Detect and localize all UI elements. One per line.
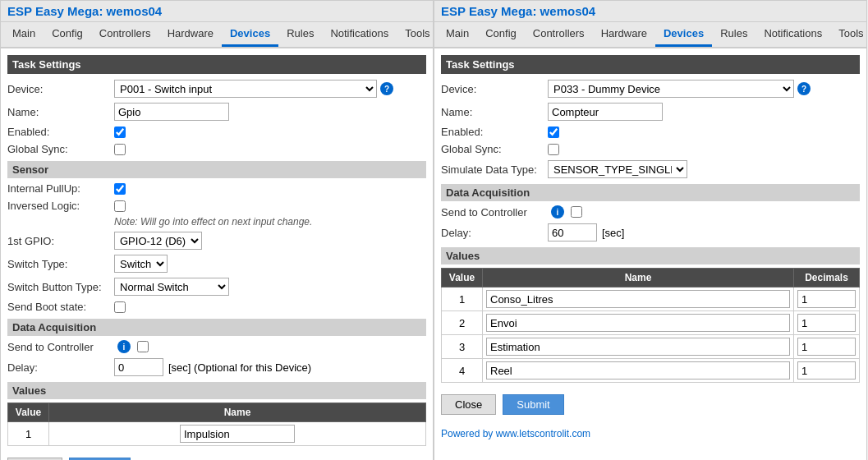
right-row1-name-input[interactable] — [486, 290, 790, 308]
right-send-controller-label: Send to Controller — [441, 206, 548, 218]
right-row2-name-input[interactable] — [486, 314, 790, 332]
left-row1-value: 1 — [8, 422, 49, 446]
right-close-button[interactable]: Close — [441, 394, 496, 415]
right-send-controller-checkbox[interactable] — [571, 206, 582, 218]
right-global-sync-checkbox[interactable] — [548, 144, 559, 155]
right-row2-value: 2 — [442, 311, 483, 335]
left-switch-button-select[interactable]: Normal Switch — [114, 278, 229, 296]
right-enabled-row: Enabled: — [441, 125, 860, 139]
right-values-col-decimals: Decimals — [794, 269, 860, 288]
right-table-row-1: 1 — [442, 288, 860, 311]
left-header: ESP Easy Mega: wemos04 — [1, 1, 433, 22]
right-nav-devices[interactable]: Devices — [655, 22, 712, 47]
left-sensor-header: Sensor — [7, 161, 426, 178]
left-inversed-checkbox[interactable] — [114, 200, 126, 212]
left-delay-unit: [sec] (Optional for this Device) — [168, 361, 311, 374]
left-device-help-icon[interactable]: ? — [380, 82, 393, 95]
left-name-label: Name: — [7, 106, 114, 118]
left-switch-type-label: Switch Type: — [7, 258, 114, 270]
right-row1-decimals-input[interactable] — [797, 290, 856, 308]
left-delay-input[interactable] — [114, 358, 163, 376]
right-table-row-4: 4 — [442, 359, 860, 383]
left-btn-row: Close Submit — [7, 454, 426, 460]
right-device-help-icon[interactable]: ? — [797, 82, 811, 95]
left-nav-hardware[interactable]: Hardware — [159, 22, 222, 47]
right-device-label: Device: — [441, 83, 548, 95]
left-switch-button-label: Switch Button Type: — [7, 281, 114, 293]
right-simulate-row: Simulate Data Type: SENSOR_TYPE_SINGLE — [441, 159, 860, 179]
left-nav-config[interactable]: Config — [44, 22, 91, 47]
right-send-help-icon[interactable]: i — [551, 205, 564, 218]
left-pullup-label: Internal PullUp: — [7, 182, 114, 195]
right-nav-rules[interactable]: Rules — [712, 22, 755, 47]
right-submit-button[interactable]: Submit — [503, 394, 563, 415]
left-nav-devices[interactable]: Devices — [222, 22, 278, 47]
right-delay-row: Delay: [sec] — [441, 223, 860, 242]
left-boot-state-checkbox[interactable] — [114, 301, 126, 313]
left-content: Task Settings Device: P001 - Switch inpu… — [1, 48, 433, 460]
right-data-acq-header: Data Acquisition — [441, 184, 860, 201]
left-nav: Main Config Controllers Hardware Devices… — [1, 22, 433, 48]
right-values-col-name: Name — [483, 269, 794, 288]
right-name-input[interactable] — [548, 103, 663, 121]
right-device-select[interactable]: P033 - Dummy Device — [548, 80, 794, 98]
left-gpio-row: 1st GPIO: GPIO-12 (D6) — [7, 231, 426, 251]
right-global-sync-label: Global Sync: — [441, 143, 548, 155]
left-inversed-row: Inversed Logic: — [7, 199, 426, 213]
left-boot-state-label: Send Boot state: — [7, 301, 114, 313]
left-nav-rules[interactable]: Rules — [278, 22, 322, 47]
left-global-sync-checkbox[interactable] — [114, 144, 126, 155]
left-send-controller-checkbox[interactable] — [137, 341, 149, 352]
left-enabled-checkbox[interactable] — [114, 126, 126, 138]
left-inversed-label: Inversed Logic: — [7, 200, 114, 212]
right-values-col-value: Value — [442, 269, 483, 288]
right-nav: Main Config Controllers Hardware Devices… — [434, 22, 866, 48]
right-delay-unit: [sec] — [602, 227, 624, 239]
left-values-header: Values — [7, 382, 426, 399]
left-send-controller-row: Send to Controller i — [7, 339, 426, 354]
left-delay-label: Delay: — [7, 361, 114, 374]
right-nav-tools[interactable]: Tools — [830, 22, 868, 47]
right-row3-name-input[interactable] — [486, 338, 790, 356]
left-row1-name-input[interactable] — [180, 425, 295, 443]
right-name-row: Name: — [441, 102, 860, 122]
left-enabled-label: Enabled: — [7, 126, 114, 138]
left-values-table: Value Name 1 — [7, 402, 426, 446]
left-task-settings-header: Task Settings — [7, 55, 426, 74]
right-values-table: Value Name Decimals 1 2 — [441, 268, 860, 383]
right-nav-config[interactable]: Config — [477, 22, 525, 47]
left-note: Note: Will go into effect on next input … — [114, 216, 426, 228]
right-row1-value: 1 — [442, 288, 483, 311]
right-row3-decimals-input[interactable] — [797, 338, 856, 356]
right-delay-input[interactable] — [548, 223, 597, 242]
left-gpio-label: 1st GPIO: — [7, 235, 114, 247]
left-device-select[interactable]: P001 - Switch input — [114, 80, 377, 98]
right-nav-notifications[interactable]: Notifications — [755, 22, 830, 47]
left-nav-tools[interactable]: Tools — [397, 22, 438, 47]
right-simulate-select[interactable]: SENSOR_TYPE_SINGLE — [548, 160, 687, 178]
left-gpio-select[interactable]: GPIO-12 (D6) — [114, 232, 202, 250]
right-row4-decimals-input[interactable] — [797, 361, 856, 380]
left-switch-type-select[interactable]: Switch — [114, 255, 168, 273]
left-pullup-checkbox[interactable] — [114, 183, 126, 195]
left-nav-controllers[interactable]: Controllers — [91, 22, 159, 47]
right-row4-name-input[interactable] — [486, 361, 790, 380]
right-row2-decimals-input[interactable] — [797, 314, 856, 332]
right-enabled-checkbox[interactable] — [548, 126, 559, 138]
left-device-row: Device: P001 - Switch input ? — [7, 79, 426, 99]
right-device-row: Device: P033 - Dummy Device ? — [441, 79, 860, 99]
left-nav-main[interactable]: Main — [4, 22, 44, 47]
left-send-controller-label: Send to Controller — [7, 341, 114, 353]
left-name-row: Name: — [7, 102, 426, 122]
right-delay-label: Delay: — [441, 227, 548, 239]
right-nav-hardware[interactable]: Hardware — [593, 22, 655, 47]
right-btn-row: Close Submit — [441, 391, 860, 418]
left-nav-notifications[interactable]: Notifications — [322, 22, 397, 47]
right-nav-main[interactable]: Main — [438, 22, 477, 47]
right-nav-controllers[interactable]: Controllers — [525, 22, 593, 47]
right-content: Task Settings Device: P033 - Dummy Devic… — [434, 48, 866, 446]
powered-by: Powered by www.letscontrolit.com — [441, 428, 860, 439]
left-send-help-icon[interactable]: i — [117, 340, 131, 353]
left-data-acq-header: Data Acquisition — [7, 319, 426, 336]
left-name-input[interactable] — [114, 103, 229, 121]
